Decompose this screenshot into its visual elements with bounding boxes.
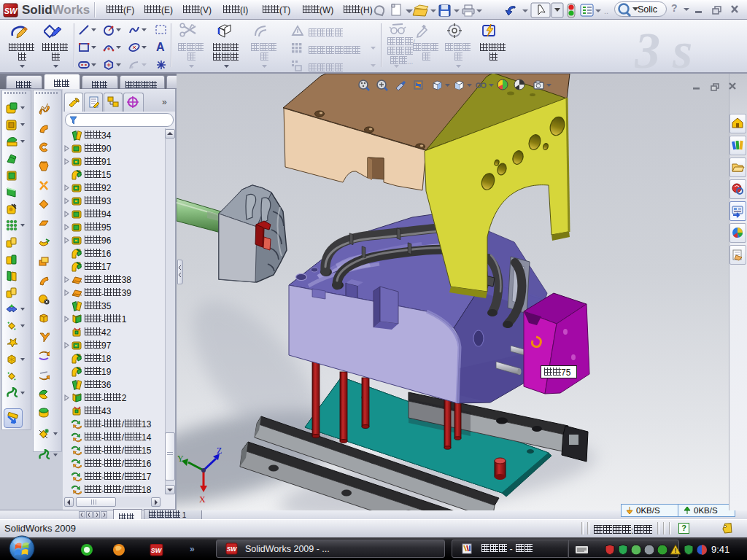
svg-text:A: A <box>156 41 165 53</box>
svg-text:»: » <box>190 544 195 554</box>
svg-text:s: s <box>672 23 692 72</box>
svg-text:Z: Z <box>217 446 222 456</box>
svg-text:Y: Y <box>177 454 184 464</box>
svg-text:SW: SW <box>151 547 163 554</box>
svg-text:3: 3 <box>635 23 660 72</box>
svg-text:SW: SW <box>227 545 238 553</box>
svg-text:SW: SW <box>4 7 18 15</box>
svg-text:!: ! <box>675 547 677 554</box>
svg-text:..: .. <box>604 7 608 15</box>
svg-text:X: X <box>199 494 206 505</box>
